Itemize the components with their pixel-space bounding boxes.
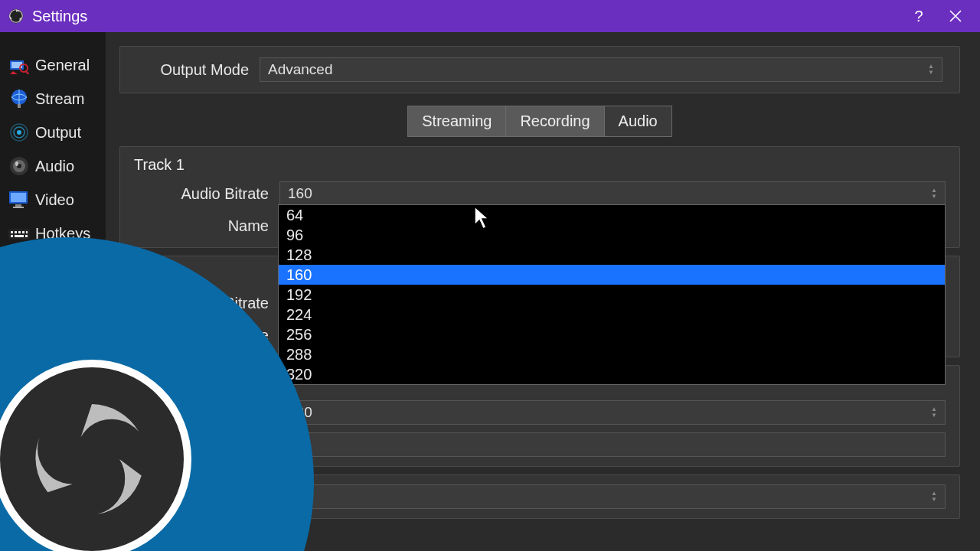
bitrate-option[interactable]: 64 xyxy=(279,205,945,225)
svg-rect-7 xyxy=(18,104,21,108)
app-icon xyxy=(6,6,26,26)
sidebar-item-audio[interactable]: Audio xyxy=(0,150,106,182)
help-button[interactable]: ? xyxy=(900,0,937,32)
name-label: Name xyxy=(134,327,279,344)
sidebar-item-output[interactable]: Output xyxy=(0,116,106,148)
sidebar-item-label: Output xyxy=(35,124,81,142)
output-mode-label: Output Mode xyxy=(137,61,260,79)
sidebar-item-general[interactable]: General xyxy=(0,49,106,81)
output-mode-panel: Output Mode Advanced ▲▼ xyxy=(119,46,960,93)
monitor-icon xyxy=(8,190,31,210)
output-mode-select[interactable]: Advanced ▲▼ xyxy=(260,57,942,82)
svg-rect-22 xyxy=(18,231,21,233)
sidebar-item-label: Video xyxy=(35,191,74,209)
tab-streaming[interactable]: Streaming xyxy=(407,106,506,137)
name-label: Name xyxy=(134,436,279,454)
output-tabs: Streaming Recording Audio xyxy=(119,106,960,137)
track-3-bitrate-select[interactable]: 320 ▲▼ xyxy=(279,400,946,425)
svg-rect-26 xyxy=(15,235,24,237)
svg-rect-18 xyxy=(13,207,24,208)
sidebar-item-label: Advanced xyxy=(35,259,103,276)
svg-rect-24 xyxy=(26,231,28,233)
sidebar-item-hotkeys[interactable]: Hotkeys xyxy=(0,217,106,249)
bitrate-dropdown[interactable]: 64 96 128 160 192 224 256 288 320 xyxy=(278,204,946,385)
track-3-name-input[interactable] xyxy=(279,432,946,457)
sidebar-item-label: Stream xyxy=(35,90,84,108)
track-4-panel: 320 ▲▼ xyxy=(119,474,960,519)
track-4-bitrate-select[interactable]: 320 ▲▼ xyxy=(279,484,946,509)
titlebar: Settings ? xyxy=(0,0,980,32)
sidebar-item-label: Audio xyxy=(35,158,74,175)
bitrate-option[interactable]: 224 xyxy=(279,305,945,324)
bitrate-option[interactable]: 192 xyxy=(279,285,945,305)
bitrate-option-selected[interactable]: 160 xyxy=(279,265,945,285)
keyboard-icon xyxy=(8,223,31,243)
svg-rect-21 xyxy=(15,231,17,233)
svg-rect-23 xyxy=(22,231,24,233)
settings-sidebar: General Stream Output Audio Video xyxy=(0,32,106,551)
svg-rect-27 xyxy=(25,235,28,237)
bitrate-option[interactable]: 96 xyxy=(279,225,945,245)
svg-point-14 xyxy=(15,161,18,166)
name-label: Name xyxy=(134,217,279,235)
bitrate-option[interactable]: 128 xyxy=(279,245,945,265)
close-button[interactable] xyxy=(937,0,974,32)
svg-rect-20 xyxy=(11,231,13,233)
tab-audio[interactable]: Audio xyxy=(605,106,672,137)
tab-recording[interactable]: Recording xyxy=(506,106,604,137)
spinner-icon: ▲▼ xyxy=(931,487,942,506)
bitrate-label: Audio Bitrate xyxy=(134,185,279,203)
svg-rect-25 xyxy=(11,235,13,237)
sidebar-item-video[interactable]: Video xyxy=(0,184,106,216)
speaker-icon xyxy=(8,156,31,176)
window-title: Settings xyxy=(32,8,87,25)
globe-icon xyxy=(8,89,31,109)
broadcast-icon xyxy=(8,122,31,142)
svg-point-31 xyxy=(21,269,24,271)
svg-point-30 xyxy=(14,263,17,266)
gears-icon xyxy=(8,257,31,277)
track-1-bitrate-select[interactable]: 160 ▲▼ xyxy=(279,181,946,206)
svg-rect-16 xyxy=(11,193,26,202)
sidebar-item-label: Hotkeys xyxy=(35,225,90,243)
svg-point-8 xyxy=(17,130,21,135)
sidebar-item-stream[interactable]: Stream xyxy=(0,83,106,115)
bitrate-label: Audio Bitrate xyxy=(134,295,279,312)
svg-rect-17 xyxy=(15,204,21,207)
spinner-icon: ▲▼ xyxy=(931,403,942,422)
settings-content: Output Mode Advanced ▲▼ Streaming Record… xyxy=(106,32,980,551)
output-mode-value: Advanced xyxy=(268,61,333,78)
sidebar-item-label: General xyxy=(35,57,90,74)
svg-rect-19 xyxy=(8,229,30,240)
track-title: Track 1 xyxy=(134,156,946,174)
spinner-icon: ▲▼ xyxy=(928,60,939,79)
bitrate-option[interactable]: 320 xyxy=(279,364,945,384)
bitrate-label: Audio Bitrate xyxy=(134,404,279,422)
wrench-icon xyxy=(8,55,31,75)
spinner-icon: ▲▼ xyxy=(931,184,942,203)
bitrate-option[interactable]: 256 xyxy=(279,324,945,344)
bitrate-option[interactable]: 288 xyxy=(279,344,945,364)
sidebar-item-advanced[interactable]: Advanced xyxy=(0,251,106,283)
